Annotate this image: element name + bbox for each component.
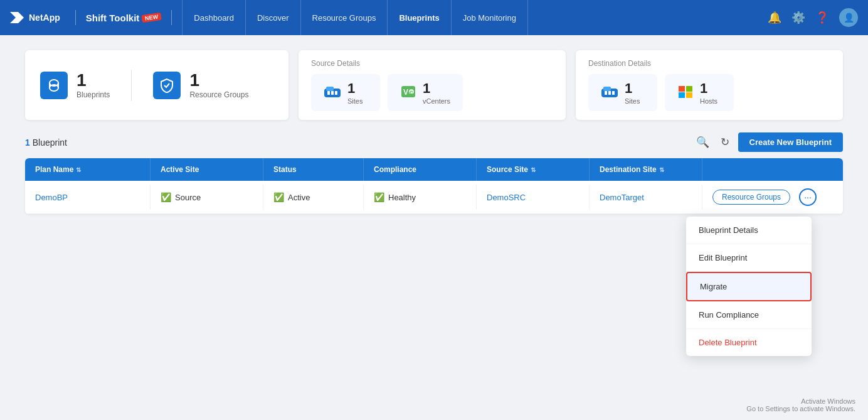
dest-hosts-count: 1 [700, 80, 717, 97]
th-destination-site-label: Destination Site [600, 165, 657, 174]
search-button[interactable]: 🔍 [694, 133, 712, 151]
source-sites-label: Sites [347, 97, 363, 105]
svg-rect-21 [679, 92, 685, 98]
th-active-site: Active Site [151, 158, 263, 181]
navbar-right: 🔔 ⚙️ ❓ 👤 [768, 8, 858, 27]
source-sites-data: 1 Sites [347, 80, 363, 105]
nav-discover[interactable]: Discover [246, 0, 301, 35]
section-header: 1 Blueprint 🔍 ↻ Create New Blueprint [25, 132, 843, 152]
td-row-actions: Resource Groups ··· [702, 181, 843, 213]
plan-name-link[interactable]: DemoBP [35, 193, 68, 202]
th-status: Status [263, 158, 364, 181]
dest-sites-item: 1 Sites [588, 74, 657, 111]
svg-text:C: C [410, 90, 413, 95]
microsoft-icon [677, 85, 694, 101]
svg-rect-18 [612, 91, 615, 95]
avatar[interactable]: 👤 [839, 8, 858, 27]
microsoft-svg-icon [677, 85, 694, 99]
svg-rect-20 [686, 86, 692, 92]
th-actions [702, 158, 843, 181]
svg-rect-22 [686, 92, 692, 98]
sort-dest-icon[interactable]: ⇅ [659, 166, 664, 173]
section-actions: 🔍 ↻ Create New Blueprint [694, 132, 843, 152]
vcenter-svg-icon: V C [400, 85, 416, 99]
blueprint-label: Blueprint [33, 137, 67, 148]
destination-site-link[interactable]: DemoTarget [600, 193, 644, 202]
compliance-value: Healthy [388, 193, 416, 202]
create-blueprint-button[interactable]: Create New Blueprint [738, 132, 843, 152]
dropdown-blueprint-details[interactable]: Blueprint Details [686, 217, 812, 244]
nav-dashboard[interactable]: Dashboard [182, 0, 246, 35]
nav-job-monitoring[interactable]: Job Monitoring [452, 0, 528, 35]
svg-rect-16 [605, 91, 607, 95]
blueprints-label: Blueprints [77, 90, 110, 99]
netapp-label: NetApp [29, 13, 60, 23]
svg-rect-15 [603, 87, 611, 91]
td-destination-site: DemoTarget [590, 185, 702, 210]
dest-hosts-data: 1 Hosts [700, 80, 717, 105]
summary-divider [131, 70, 132, 101]
td-source-site: DemoSRC [477, 185, 590, 210]
dropdown-delete-blueprint[interactable]: Delete Blueprint [686, 329, 812, 356]
dropdown-migrate[interactable]: Migrate [686, 272, 812, 301]
blueprint-svg-icon [46, 78, 61, 93]
summary-card: 1 Blueprints 1 Resource Groups [25, 50, 288, 120]
source-site-link[interactable]: DemoSRC [487, 193, 526, 202]
svg-rect-19 [679, 86, 685, 92]
th-source-site-label: Source Site [487, 165, 528, 174]
source-vcenters-data: 1 vCenters [423, 80, 450, 105]
dropdown-run-compliance[interactable]: Run Compliance [686, 301, 812, 329]
nav-divider-1 [75, 10, 76, 25]
source-sites-item: 1 Sites [311, 74, 380, 111]
source-sites-count: 1 [347, 80, 363, 97]
sort-plan-icon[interactable]: ⇅ [76, 166, 81, 173]
vcenter-icon: V C [400, 85, 416, 101]
resource-groups-info: 1 Resource Groups [189, 72, 248, 99]
resource-groups-summary: 1 Resource Groups [134, 72, 267, 99]
destination-details-card: Destination Details 1 Site [576, 50, 843, 120]
td-plan-name: DemoBP [25, 185, 151, 210]
resource-groups-count: 1 [189, 72, 248, 89]
destination-details-items: 1 Sites 1 Hosts [588, 74, 830, 111]
svg-text:V: V [403, 88, 408, 97]
svg-rect-8 [331, 91, 334, 95]
more-options-button[interactable]: ··· [799, 188, 817, 206]
top-cards: 1 Blueprints 1 Resource Groups [25, 50, 843, 120]
netapp-logo-icon [10, 12, 24, 23]
source-details-items: 1 Sites V C 1 vCen [311, 74, 553, 111]
dest-sites-label: Sites [625, 97, 640, 105]
settings-icon[interactable]: ⚙️ [791, 11, 805, 24]
blueprints-count: 1 [77, 72, 110, 89]
svg-rect-7 [327, 91, 330, 95]
refresh-button[interactable]: ↻ [718, 133, 732, 151]
dest-hosts-label: Hosts [700, 97, 717, 105]
netapp-brand: NetApp [10, 12, 60, 23]
nav-resource-groups[interactable]: Resource Groups [301, 0, 388, 35]
sort-source-icon[interactable]: ⇅ [531, 166, 536, 173]
blueprint-count: 1 [25, 137, 30, 148]
blueprints-summary: 1 Blueprints [40, 72, 129, 99]
nav-blueprints[interactable]: Blueprints [388, 0, 451, 35]
new-badge: NEW [142, 13, 162, 23]
source-vcenters-label: vCenters [423, 97, 450, 105]
nav-divider-2 [171, 10, 172, 25]
source-vcenters-count: 1 [423, 80, 450, 97]
help-icon[interactable]: ❓ [815, 11, 829, 24]
dest-cloud-svg-icon [601, 85, 618, 99]
th-plan-name: Plan Name ⇅ [25, 158, 151, 181]
svg-marker-0 [10, 12, 24, 23]
notifications-icon[interactable]: 🔔 [768, 11, 781, 24]
source-vcenters-item: V C 1 vCenters [388, 74, 463, 111]
status-check-icon: ✅ [273, 192, 284, 202]
th-destination-site: Destination Site ⇅ [590, 158, 702, 181]
dest-sites-icon [601, 85, 618, 101]
active-site-value: Source [175, 193, 201, 202]
td-active-site: ✅ Source [151, 185, 263, 210]
td-status: ✅ Active [263, 185, 364, 210]
dropdown-edit-blueprint[interactable]: Edit Blueprint [686, 244, 812, 272]
table-header: Plan Name ⇅ Active Site Status Complianc… [25, 158, 843, 181]
th-compliance-label: Compliance [374, 165, 416, 174]
resource-groups-button[interactable]: Resource Groups [712, 190, 790, 205]
table-row: DemoBP ✅ Source ✅ Active ✅ Healthy DemoS… [25, 181, 843, 214]
th-compliance: Compliance [364, 158, 477, 181]
